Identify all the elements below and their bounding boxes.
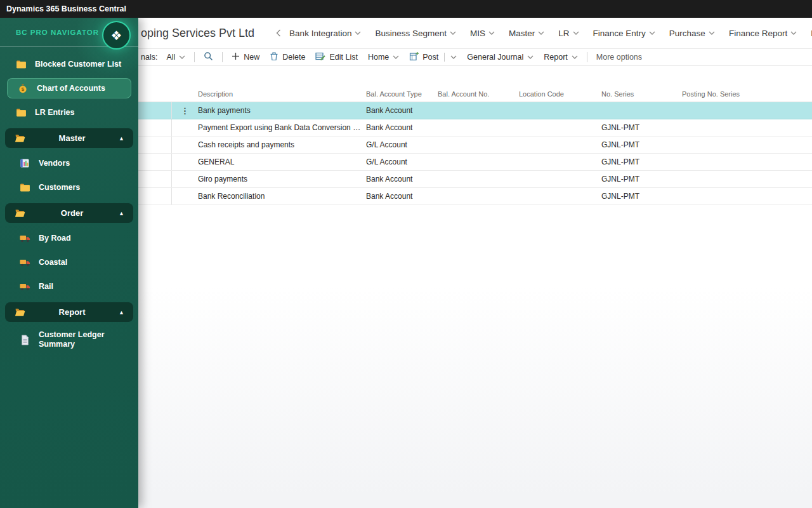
nav-menu-label: Business Segment [375, 29, 447, 38]
nav-menu-mis[interactable]: MIS [463, 29, 502, 38]
sidebar-item-customer-ledger-summary[interactable]: Customer Ledger Summary [0, 325, 138, 354]
sidebar-section-master[interactable]: Master ▲ [5, 128, 133, 148]
table-row[interactable]: Cash receipts and payments G/L Account G… [138, 137, 812, 154]
chevron-left-icon[interactable] [276, 29, 281, 37]
folder-icon [19, 183, 30, 192]
chevron-down-icon [527, 55, 534, 59]
search-button[interactable] [199, 49, 218, 65]
action-toolbar: nals: All New Delete Edit List [138, 49, 812, 66]
table-row[interactable]: ⋮ Bank payments Bank Account [138, 102, 812, 119]
more-options-label: More options [596, 53, 642, 62]
sidebar-item-by-road[interactable]: By Road [0, 226, 138, 250]
nav-menu-label: LR [558, 29, 569, 38]
cell-description: Giro payments [198, 175, 366, 184]
sidebar-item-vendors[interactable]: Vendors [0, 151, 138, 175]
money-bag-icon: $ [17, 83, 29, 93]
sidebar-item-lr-entries[interactable]: LR Entries [0, 100, 138, 124]
edit-list-icon [315, 51, 325, 63]
sidebar-item-label: Chart of Accounts [37, 84, 105, 93]
table-row[interactable]: Bank Reconciliation Bank Account GJNL-PM… [138, 188, 812, 205]
sidebar-section-label: Master [25, 133, 119, 143]
nav-menu-purchase[interactable]: Purchase [662, 29, 722, 38]
column-header-posting-no-series[interactable]: Posting No. Series [682, 90, 812, 102]
sidebar-item-coastal[interactable]: Coastal [0, 250, 138, 274]
document-icon [19, 335, 30, 345]
journal-batches-table: Description Bal. Account Type Bal. Accou… [138, 86, 812, 205]
row-selector-cell[interactable] [138, 102, 172, 119]
chevron-down-icon [709, 31, 715, 35]
sidebar-item-label: Customer Ledger Summary [39, 330, 121, 349]
table-row[interactable]: GENERAL G/L Account GJNL-PMT [138, 154, 812, 171]
journal-filter-label: nals: [141, 53, 161, 62]
chevron-down-icon [355, 31, 361, 35]
report-menu-label: Report [544, 53, 568, 62]
chevron-down-icon [649, 31, 655, 35]
row-selector-cell[interactable] [138, 119, 172, 136]
row-selector-cell[interactable] [138, 171, 172, 187]
sidebar-item-customers[interactable]: Customers [0, 175, 138, 199]
nav-menu-lr[interactable]: LR [551, 29, 586, 38]
sidebar-item-label: Blocked Customer List [35, 60, 121, 69]
nav-menu-bank-integration[interactable]: Bank Integration [282, 29, 368, 38]
nav-menu-master[interactable]: Master [502, 29, 551, 38]
report-menu[interactable]: Report [539, 49, 583, 65]
sidebar-section-order[interactable]: Order ▲ [5, 203, 133, 223]
table-row[interactable]: Giro payments Bank Account GJNL-PMT [138, 171, 812, 188]
new-button-label: New [244, 53, 259, 62]
row-selector-cell[interactable] [138, 154, 172, 170]
collapse-caret-icon[interactable]: ▲ [119, 210, 124, 217]
app-title-bar: Dynamics 365 Business Central [0, 0, 812, 18]
column-header-description[interactable]: Description [198, 90, 366, 102]
truck-icon [19, 258, 30, 267]
cell-bal-account-type: Bank Account [366, 192, 438, 201]
general-journal-menu[interactable]: General Journal [462, 49, 539, 65]
trash-icon [270, 51, 278, 63]
more-options-button[interactable]: More options [591, 49, 647, 65]
column-header-bal-account-no[interactable]: Bal. Account No. [438, 90, 519, 102]
chevron-down-icon [488, 31, 495, 35]
collapse-caret-icon[interactable]: ▲ [119, 135, 124, 142]
divider [194, 52, 195, 62]
sidebar-item-label: Rail [39, 282, 53, 291]
collapse-caret-icon[interactable]: ▲ [119, 309, 124, 316]
nav-menu-finance-entry[interactable]: Finance Entry [586, 29, 662, 38]
nav-menu-label: Finance Entry [593, 29, 646, 38]
edit-list-button[interactable]: Edit List [310, 49, 362, 65]
column-header-bal-account-type[interactable]: Bal. Account Type [366, 90, 438, 102]
column-header-no-series[interactable]: No. Series [601, 90, 682, 102]
divider [222, 52, 223, 62]
company-name[interactable]: oping Services Pvt Ltd [141, 27, 254, 40]
navigator-logo-button[interactable]: ❖ [102, 21, 131, 50]
folder-icon [15, 108, 27, 117]
chevron-down-icon[interactable] [450, 55, 457, 59]
nav-menu-finance-report[interactable]: Finance Report [722, 29, 804, 38]
nav-menu-label: Purchase [669, 29, 705, 38]
chevron-down-icon [450, 31, 456, 35]
sidebar-section-report[interactable]: Report ▲ [5, 302, 133, 322]
sidebar-item-rail[interactable]: Rail [0, 274, 138, 298]
chevron-down-icon [572, 55, 578, 59]
journal-filter-dropdown[interactable]: All [161, 49, 190, 65]
home-menu-label: Home [368, 53, 389, 62]
sidebar-item-blocked-customer-list[interactable]: Blocked Customer List [0, 52, 138, 76]
row-menu-ellipsis[interactable]: ⋮ [172, 106, 198, 116]
nav-menu-business-segment[interactable]: Business Segment [368, 29, 463, 38]
row-selector-cell[interactable] [138, 188, 172, 204]
nav-menu-lr-vouchers[interactable]: LR Vouchers [804, 29, 812, 38]
sidebar-nav-list: Blocked Customer List $ Chart of Account… [0, 47, 138, 354]
ledger-icon [19, 158, 30, 168]
table-row[interactable]: Payment Export using Bank Data Conversio… [138, 119, 812, 137]
home-menu[interactable]: Home [363, 49, 404, 65]
delete-button[interactable]: Delete [265, 49, 310, 65]
post-button[interactable]: Post [404, 49, 462, 65]
new-button[interactable]: New [226, 49, 265, 65]
row-selector-cell[interactable] [138, 137, 172, 153]
sidebar-item-chart-of-accounts[interactable]: $ Chart of Accounts [7, 78, 131, 98]
column-header-location-code[interactable]: Location Code [519, 90, 601, 102]
plus-icon [232, 52, 240, 62]
divider [587, 52, 587, 62]
chevron-down-icon [393, 55, 399, 59]
sidebar-header: BC PRO NAVIGATOR ❖ [0, 18, 138, 47]
cell-description: Bank payments [198, 106, 366, 115]
post-button-label: Post [422, 53, 438, 62]
